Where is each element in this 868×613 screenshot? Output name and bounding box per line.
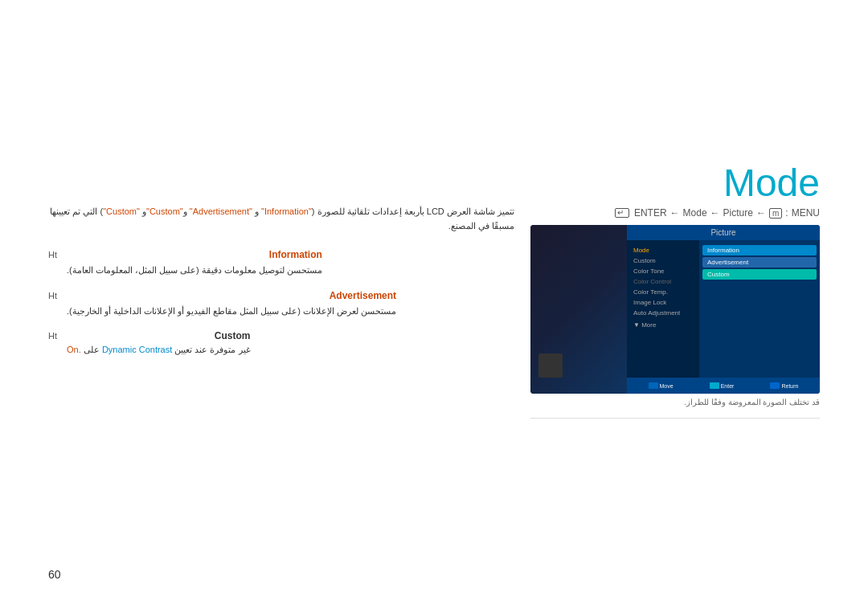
- osd-option-custom: Custom: [702, 269, 817, 280]
- osd-option-information: Information: [702, 245, 817, 255]
- monitor-display: Picture Mode Custom Color Tone Color Con…: [530, 225, 820, 402]
- section-desc-information: مستحسن لتوصيل معلومات دقيقة (على سبيل ال…: [67, 264, 322, 277]
- osd-item-colorcontrol: Color Control: [627, 276, 699, 287]
- ht-advertisement: Ht: [48, 291, 57, 300]
- return-label: Return: [781, 383, 798, 389]
- osd-btn-move: Move: [649, 382, 674, 389]
- osd-btn-enter: Enter: [710, 382, 735, 389]
- osd-right-panel: Information Advertisement Custom: [699, 240, 820, 378]
- section-custom: Custom غير متوفرة عند تعيين Dynamic Cont…: [48, 330, 514, 355]
- breadcrumb: ENTER ← Mode ← Picture ← m : MENU: [615, 207, 820, 219]
- arabic-intro: تتميز شاشة العرض LCD بأربعة إعدادات تلقا…: [48, 205, 514, 233]
- breadcrumb-mode: Mode: [683, 207, 707, 219]
- monitor-image: [530, 225, 627, 394]
- breadcrumb-enter: ENTER: [634, 207, 667, 219]
- section-title-custom: Custom: [67, 330, 251, 341]
- return-icon: [770, 382, 780, 389]
- osd-item-colortemp: Color Temp.: [627, 287, 699, 297]
- section-information: Information مستحسن لتوصيل معلومات دقيقة …: [48, 249, 514, 277]
- osd-item-custom: Custom: [627, 255, 699, 266]
- section-title-advertisement: Advertisement: [67, 290, 396, 301]
- breadcrumb-menu: MENU: [792, 207, 820, 219]
- monitor-divider: [530, 418, 820, 419]
- page-number: 60: [48, 568, 61, 581]
- monitor-screen: Picture Mode Custom Color Tone Color Con…: [530, 225, 820, 394]
- ht-information: Ht: [48, 250, 57, 260]
- ht-custom: Ht: [48, 331, 57, 341]
- move-icon: [649, 382, 658, 389]
- breadcrumb-colon: :: [785, 207, 788, 219]
- osd-btn-return: Return: [770, 382, 798, 389]
- osd-item-mode: Mode: [627, 245, 699, 255]
- osd-item-colortone: Color Tone: [627, 266, 699, 276]
- breadcrumb-arrow1: ←: [670, 207, 680, 219]
- enter-label: Enter: [721, 383, 735, 389]
- monitor-footnote: قد تختلف الصورة المعروضة وفقًا للطراز.: [530, 398, 820, 407]
- osd-item-imagelock: Image Lock: [627, 297, 699, 308]
- breadcrumb-m: m: [769, 208, 782, 219]
- move-label: Move: [660, 383, 674, 389]
- breadcrumb-arrow3: ←: [756, 207, 766, 219]
- section-advertisement: Advertisement مستحسن لعرض الإعلانات (على…: [48, 290, 514, 318]
- osd-option-advertisement: Advertisement: [702, 257, 817, 268]
- breadcrumb-picture: Picture: [723, 207, 753, 219]
- osd-menu: Picture Mode Custom Color Tone Color Con…: [627, 225, 820, 394]
- arabic-content: تتميز شاشة العرض LCD بأربعة إعدادات تلقا…: [48, 205, 514, 368]
- osd-item-autoadjust: Auto Adjustment: [627, 308, 699, 318]
- on-label: .On: [67, 345, 81, 354]
- osd-header: Picture: [627, 225, 820, 240]
- breadcrumb-arrow2: ←: [710, 207, 720, 219]
- osd-item-more: ▼ More: [627, 320, 699, 330]
- osd-bottom-bar: Move Enter Return: [627, 378, 820, 394]
- section-title-information: Information: [67, 249, 322, 260]
- osd-left-menu: Mode Custom Color Tone Color Control Col…: [627, 240, 699, 378]
- dynamic-contrast-label: Dynamic Contrast: [102, 345, 172, 354]
- page-title: Mode: [723, 161, 820, 205]
- enter-icon: [615, 208, 629, 218]
- section-desc-advertisement: مستحسن لعرض الإعلانات (على سبيل المثل مق…: [67, 304, 396, 318]
- enter-btn-icon: [710, 382, 719, 389]
- section-desc-custom: غير متوفرة عند تعيين Dynamic Contrast عل…: [67, 345, 251, 355]
